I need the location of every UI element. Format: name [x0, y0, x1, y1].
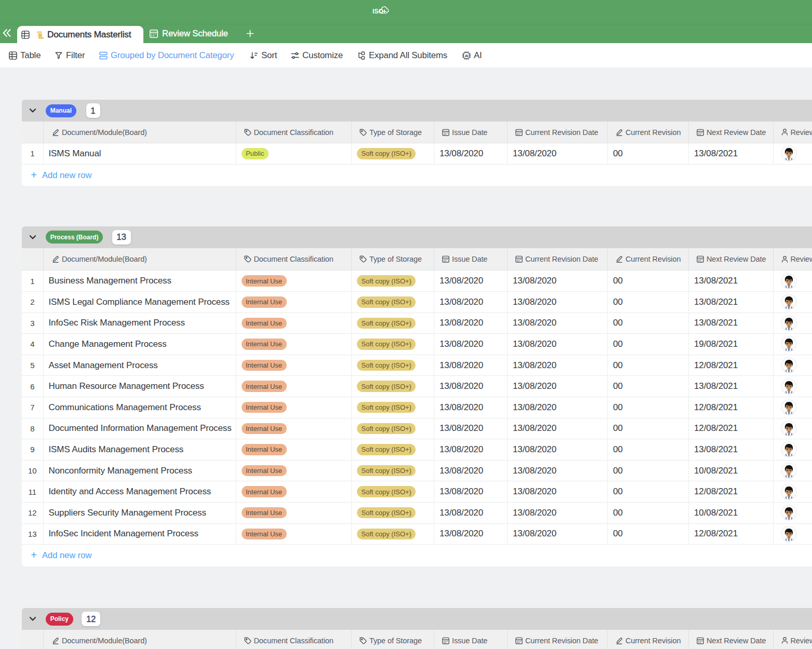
svg-text:AI: AI — [465, 53, 469, 57]
